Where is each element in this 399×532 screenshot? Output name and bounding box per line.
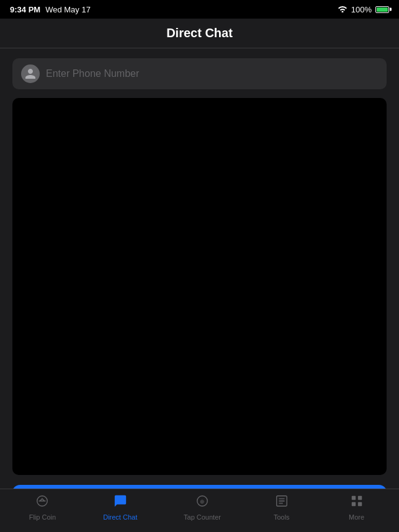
status-date: Wed May 17 <box>45 5 91 14</box>
more-icon <box>350 494 364 511</box>
nav-header: Direct Chat <box>0 19 399 48</box>
svg-rect-8 <box>357 502 361 506</box>
tab-direct-chat[interactable]: Direct Chat <box>96 490 145 525</box>
tools-icon <box>275 494 289 511</box>
battery-percentage: 100% <box>351 5 372 14</box>
tab-tap-counter[interactable]: ⊕ Tap Counter <box>176 490 228 525</box>
main-content <box>0 48 399 485</box>
tab-direct-chat-label: Direct Chat <box>103 513 137 521</box>
svg-rect-7 <box>351 502 355 506</box>
status-bar: 9:34 PM Wed May 17 100% <box>0 0 399 19</box>
message-area <box>12 98 387 475</box>
page-title: Direct Chat <box>166 26 233 40</box>
status-right: 100% <box>338 5 389 14</box>
tab-flip-coin-label: Flip Coin <box>29 513 56 521</box>
flip-coin-icon <box>35 494 49 511</box>
direct-chat-icon <box>114 494 127 511</box>
tab-flip-coin[interactable]: Flip Coin <box>20 490 64 525</box>
tab-more-label: More <box>349 513 364 521</box>
tab-bar: Flip Coin Direct Chat ⊕ Tap Counter Tool… <box>0 489 399 532</box>
svg-rect-6 <box>357 496 361 500</box>
battery-icon <box>375 6 389 13</box>
phone-input-container <box>12 58 387 89</box>
tab-tap-counter-label: Tap Counter <box>184 513 221 521</box>
status-time: 9:34 PM <box>10 5 40 14</box>
svg-text:⊕: ⊕ <box>200 499 205 505</box>
tap-counter-icon: ⊕ <box>195 494 209 511</box>
wifi-icon <box>338 5 347 14</box>
tab-tools[interactable]: Tools <box>260 490 303 525</box>
phone-number-input[interactable] <box>46 68 378 79</box>
svg-rect-5 <box>351 496 355 500</box>
tab-tools-label: Tools <box>274 513 290 521</box>
tab-more[interactable]: More <box>335 490 379 525</box>
person-icon <box>21 64 40 83</box>
